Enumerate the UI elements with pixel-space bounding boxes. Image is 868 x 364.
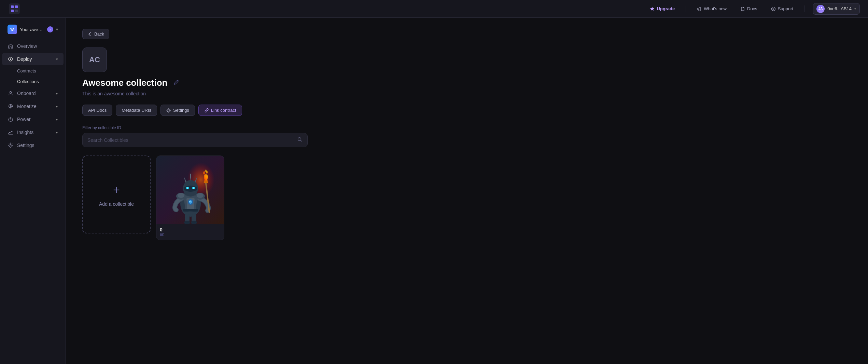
collectible-artwork-0 (156, 156, 224, 224)
power-chevron-icon: ▸ (56, 117, 58, 122)
svg-point-10 (10, 92, 12, 93)
svg-rect-18 (183, 209, 198, 212)
collection-initials: AC (89, 55, 100, 64)
svg-point-27 (205, 170, 207, 172)
sidebar-power-label: Power (17, 117, 31, 122)
svg-point-25 (203, 171, 205, 175)
app-logo (8, 3, 20, 15)
sidebar-overview-label: Overview (17, 43, 37, 49)
search-box (82, 133, 308, 147)
svg-point-13 (168, 110, 169, 111)
docs-icon (740, 6, 745, 11)
sidebar-item-deploy[interactable]: Deploy ▾ (2, 53, 64, 65)
support-button[interactable]: Support (768, 5, 796, 13)
link-contract-button[interactable]: Link contract (198, 105, 242, 116)
svg-point-21 (189, 201, 191, 202)
collectibles-grid: ＋ Add a collectible (82, 156, 852, 240)
svg-rect-0 (9, 3, 20, 14)
metadata-uris-label: Metadata URIs (122, 108, 151, 113)
svg-point-36 (178, 193, 184, 198)
workspace-initials: YA (10, 28, 15, 31)
support-icon (771, 6, 776, 11)
collectible-info-0: 0 #0 (156, 224, 224, 240)
svg-rect-1 (11, 5, 14, 8)
search-icon[interactable] (297, 137, 303, 144)
user-address: 0xe6...AB14 (827, 6, 852, 11)
sidebar-item-power[interactable]: Power ▸ (2, 113, 64, 125)
svg-rect-2 (15, 5, 18, 8)
insights-icon (8, 129, 14, 135)
link-contract-label: Link contract (211, 108, 236, 113)
back-label: Back (94, 31, 104, 37)
add-collectible-label: Add a collectible (99, 201, 134, 207)
collection-icon-box: AC (82, 48, 107, 72)
svg-rect-4 (15, 10, 18, 12)
sidebar-item-contracts[interactable]: Contracts (2, 66, 64, 76)
sidebar-item-monetize[interactable]: Monetize ▸ (2, 100, 64, 112)
badge-icon: 2 (48, 28, 52, 31)
layout: YA Your aweso... 2 ▾ Overview (0, 18, 868, 364)
sidebar: YA Your aweso... 2 ▾ Overview (0, 18, 66, 364)
sidebar-onboard-label: Onboard (17, 91, 36, 96)
megaphone-icon (697, 6, 702, 11)
whats-new-button[interactable]: What's new (694, 5, 729, 13)
search-input[interactable] (87, 137, 297, 143)
collection-title: Awesome collection (82, 78, 168, 88)
docs-button[interactable]: Docs (738, 5, 760, 13)
action-row: API Docs Metadata URIs Settings Link con… (82, 105, 852, 116)
api-docs-button[interactable]: API Docs (82, 105, 112, 116)
sidebar-item-onboard[interactable]: Onboard ▸ (2, 87, 64, 99)
sidebar-monetize-label: Monetize (17, 104, 37, 109)
deploy-chevron-icon: ▾ (56, 57, 58, 62)
sidebar-item-insights[interactable]: Insights ▸ (2, 126, 64, 138)
edit-collection-button[interactable] (172, 78, 181, 88)
svg-rect-3 (11, 10, 14, 12)
power-icon (8, 116, 14, 122)
workspace-selector[interactable]: YA Your aweso... 2 ▾ (2, 22, 64, 37)
upgrade-label: Upgrade (657, 6, 675, 11)
avatar-initials: JA (818, 7, 823, 11)
sidebar-collections-label: Collections (17, 79, 39, 84)
home-icon (8, 43, 14, 49)
svg-point-20 (189, 200, 192, 204)
onboard-icon (8, 90, 14, 96)
settings-action-button[interactable]: Settings (160, 105, 195, 116)
back-button[interactable]: Back (82, 29, 109, 39)
user-menu-button[interactable]: JA 0xe6...AB14 ▾ (813, 3, 860, 15)
svg-point-5 (771, 7, 775, 11)
svg-point-41 (191, 221, 197, 224)
add-collectible-card[interactable]: ＋ Add a collectible (82, 156, 151, 233)
main-content: Back AC Awesome collection This is an aw… (66, 18, 868, 364)
sidebar-contracts-label: Contracts (17, 68, 36, 73)
topbar-divider-2 (804, 5, 804, 12)
metadata-uris-button[interactable]: Metadata URIs (116, 105, 157, 116)
topbar: Upgrade What's new Docs Support (0, 0, 868, 18)
collectible-number: 0 (160, 227, 221, 232)
insights-chevron-icon: ▸ (56, 130, 58, 135)
svg-point-40 (184, 221, 190, 224)
sidebar-item-overview[interactable]: Overview (2, 40, 64, 52)
svg-point-37 (197, 193, 204, 198)
upgrade-icon (650, 6, 655, 11)
monetize-icon (8, 103, 14, 109)
sidebar-item-settings[interactable]: Settings (2, 139, 64, 151)
svg-point-32 (186, 187, 188, 189)
deploy-icon (8, 56, 14, 62)
topbar-divider (686, 5, 686, 12)
avatar: JA (816, 5, 825, 13)
edit-icon (173, 79, 179, 85)
chevron-down-icon: ▾ (854, 7, 856, 11)
svg-point-24 (204, 174, 208, 180)
collectible-hash: #0 (160, 232, 221, 237)
sidebar-settings-label: Settings (17, 143, 34, 148)
sidebar-insights-label: Insights (17, 130, 33, 135)
workspace-avatar: YA (8, 25, 17, 34)
upgrade-button[interactable]: Upgrade (647, 5, 677, 13)
svg-point-33 (193, 187, 195, 189)
api-docs-label: API Docs (88, 108, 107, 113)
filter-label: Filter by collectible ID (82, 125, 852, 130)
workspace-badge: 2 (47, 26, 53, 32)
collectible-card-0[interactable]: 0 #0 (156, 156, 224, 240)
collection-title-row: Awesome collection (82, 78, 852, 88)
sidebar-item-collections[interactable]: Collections (2, 77, 64, 86)
